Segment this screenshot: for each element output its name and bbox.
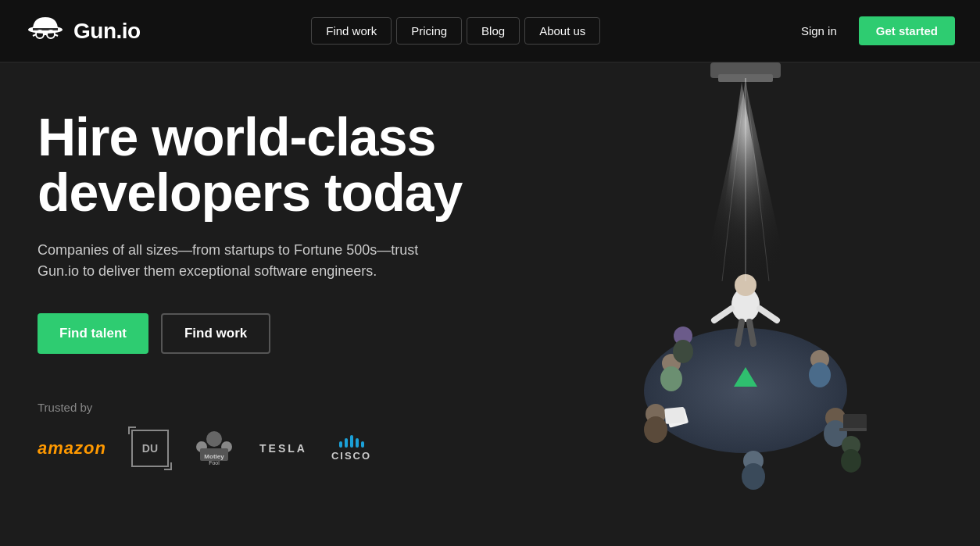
trusted-section: Trusted by amazon DU Motley (38, 401, 478, 469)
nav-about-us[interactable]: About us (524, 17, 600, 45)
svg-line-25 (738, 322, 742, 344)
header: Gun.io Find work Pricing Blog About us S… (0, 0, 980, 62)
motley-fool-logo: Motley Fool (194, 428, 234, 469)
tesla-logo: TESLA (259, 435, 306, 462)
main-nav: Find work Pricing Blog About us (311, 17, 600, 45)
find-talent-button[interactable]: Find talent (38, 313, 148, 354)
trusted-logos: amazon DU Motley Fool (38, 428, 478, 469)
logo-link[interactable]: Gun.io (25, 11, 141, 52)
find-work-button[interactable]: Find work (161, 313, 270, 354)
svg-point-44 (841, 449, 861, 473)
amazon-logo: amazon (38, 438, 106, 459)
cisco-logo: CISCO (331, 435, 371, 462)
svg-point-42 (742, 463, 765, 490)
svg-point-28 (660, 366, 682, 391)
svg-line-26 (749, 322, 753, 344)
nav-actions: Sign in Get started (787, 16, 955, 45)
hero-content: Hire world-class developers today Compan… (0, 62, 516, 469)
svg-point-32 (809, 362, 831, 387)
hero-subtitle: Companies of all sizes—from startups to … (38, 240, 460, 282)
logo-text: Gun.io (73, 19, 141, 44)
hero-buttons: Find talent Find work (38, 313, 478, 354)
logo-icon (25, 11, 66, 52)
trusted-label: Trusted by (38, 401, 478, 414)
hero-illustration (511, 62, 980, 546)
svg-point-34 (644, 416, 667, 443)
nav-blog[interactable]: Blog (467, 17, 520, 45)
svg-rect-1 (33, 28, 58, 30)
nav-find-work[interactable]: Find work (311, 17, 392, 45)
du-logo: DU (131, 430, 169, 467)
svg-rect-39 (843, 414, 867, 430)
svg-text:Fool: Fool (209, 460, 220, 466)
svg-text:Motley: Motley (204, 453, 224, 460)
sign-in-button[interactable]: Sign in (787, 18, 851, 44)
svg-rect-40 (839, 428, 867, 431)
svg-text:TESLA: TESLA (259, 442, 306, 455)
get-started-button[interactable]: Get started (859, 16, 955, 45)
hero-title: Hire world-class developers today (38, 109, 478, 221)
svg-rect-36 (664, 407, 685, 424)
svg-point-7 (206, 431, 222, 447)
hero-section: Hire world-class developers today Compan… (0, 62, 980, 546)
nav-pricing[interactable]: Pricing (396, 17, 462, 45)
svg-point-30 (673, 340, 693, 363)
